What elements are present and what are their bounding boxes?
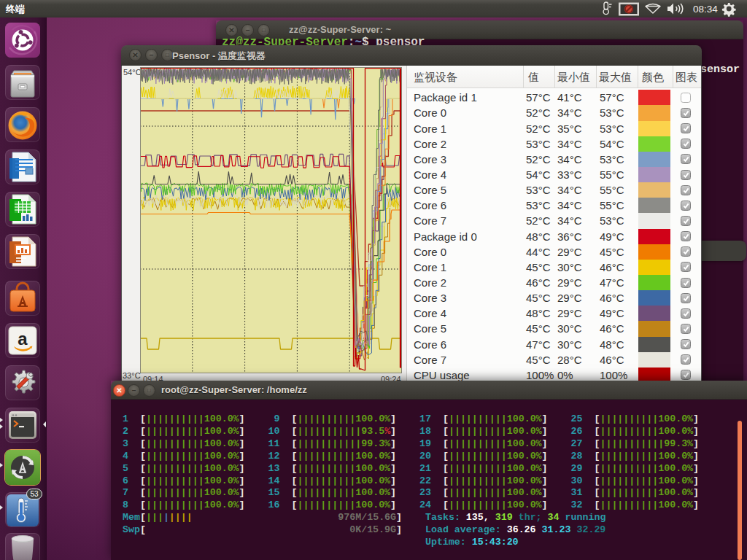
svg-text:08:34: 08:34 (693, 4, 718, 15)
svg-text:a: a (18, 329, 28, 349)
